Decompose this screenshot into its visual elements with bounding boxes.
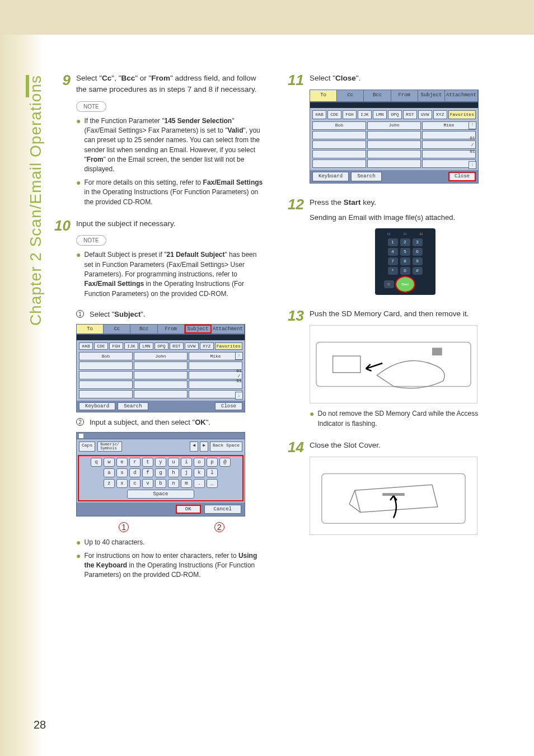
clear-key: C [384,280,394,288]
device-tab-attachment: Attachment [212,325,245,334]
keypad-6: 6 [413,248,423,256]
key-y: y [155,458,166,467]
step-number: 14 [284,440,304,454]
keypad-3: 3 [413,238,423,246]
numeric-symbols-button: Numeric/ Symbols [97,442,122,452]
bullet-kb: ● For instructions on how to enter chara… [76,551,267,580]
device-cell: Bob [79,352,133,360]
svg-rect-3 [322,474,465,524]
key-@: @ [219,458,231,467]
ok-button: OK [176,505,201,514]
keypad-1: 1 [388,238,398,246]
keypad-image: ⊡ ⊡ ⊡ 123456789*0# C Start [375,228,435,295]
scroll-up-icon: ↑ [235,352,243,360]
step-13-bullet: ● Do not remove the SD Memory Card while… [310,409,500,429]
key-_: _ [207,479,218,488]
key-d: d [129,468,140,477]
step-10-text: Input the subject if necessary. [76,218,267,229]
bullet-icon: ● [76,178,81,207]
svg-rect-4 [382,493,404,496]
keypad-5: 5 [400,248,410,256]
slot-cover-drawing [310,457,477,535]
caps-button: Caps [79,442,95,452]
device-search-button: Search [118,402,148,410]
key-c: c [129,479,140,488]
key-f: f [142,468,153,477]
sd-card-drawing [310,325,477,403]
device-grid: BobJohnMike ↑ 01 / 01 ↓ [77,351,245,401]
svg-rect-2 [432,348,442,356]
key-b: b [155,479,166,488]
key-g: g [155,468,166,477]
key-.: . [194,479,205,488]
device-tab-cc: Cc [104,325,130,334]
step-9: 9 Select "Cc", "Bcc" or "From" address f… [50,73,267,210]
device-screenshot-keyboard: Caps Numeric/ Symbols ◀ ▶ Back Space qwe… [76,432,245,516]
scroll-down-icon: ↓ [469,161,476,169]
side-label-container: Chapter 2 Scan/Email Operations [27,75,43,433]
device-tab-attachment: Attachment [445,90,478,101]
content: 9 Select "Cc", "Bcc" or "From" address f… [50,73,500,711]
step-9-note-1: ● If the Function Parameter "145 Sender … [76,116,267,175]
step-9-note-2: ● For more details on this setting, refe… [76,178,267,207]
keypad-#: # [413,267,423,275]
key-a: a [104,468,115,477]
device-tab-from: From [391,90,418,101]
side-label: Chapter 2 Scan/Email Operations [27,75,45,326]
scroll-indicator: 01 / 01 [235,368,243,383]
device-tab-subject: Subject [418,90,445,101]
note-tag: NOTE [76,235,106,246]
key-z: z [104,479,115,488]
step-11: 11 Select "Close". To Cc Bcc From Subjec… [284,73,500,189]
step-10: 10 Input the subject if necessary. NOTE … [50,218,267,302]
device-close-button: Close [448,172,476,182]
device-search-button: Search [351,172,381,182]
bullet-icon: ● [76,551,81,580]
key-j: j [181,468,192,477]
key-v: v [142,479,153,488]
step-number: 12 [284,197,304,212]
key-w: w [104,458,115,467]
key-l: l [207,468,218,477]
keypad-7: 7 [388,257,398,265]
bullet-icon: ● [76,250,81,299]
start-key: Start [396,277,414,292]
key-n: n [168,479,179,488]
interrupt-icon: ⊡ [385,232,392,237]
device-alpha-row: #ABCDEFGHIJKLMNOPQRSTUVWXYZFavorites [77,340,245,351]
step-10-note: ● Default Subject is preset if "21 Defau… [76,250,267,299]
top-decor-band [0,0,534,35]
kbd-input-bar [77,433,245,439]
device-tab-cc: Cc [337,90,364,101]
step-number: 13 [284,308,304,323]
key-u: u [168,458,179,467]
keypad-0: 0 [400,267,410,275]
key-x: x [116,479,128,488]
device-tab-from: From [158,325,185,334]
bullet-icon: ● [310,409,314,429]
leader-2: 2 [214,522,224,532]
step-number: 9 [50,73,71,87]
bullet-40chars: ● Up to 40 characters. [76,538,267,547]
key-m: m [181,479,192,488]
step-12-subtext: Sending an Email with image file(s) atta… [310,212,500,223]
key-s: s [116,468,128,477]
keypad-4: 4 [388,248,398,256]
keypad-8: 8 [400,257,410,265]
leader-1: 1 [119,522,129,532]
arrow-right-icon: ▶ [200,442,208,452]
device-tab-to: To [77,325,104,334]
step-14-text: Close the Slot Cover. [310,440,500,451]
device-tab-to: To [310,90,337,101]
device-screenshot-subject: To Cc Bcc From Subject Attachment #ABCDE… [76,324,245,412]
space-key: Space [127,490,194,499]
function-icon: ⊡ [401,232,409,237]
device-keyboard-button: Keyboard [312,172,349,182]
page-number: 28 [34,719,46,731]
key-h: h [168,468,179,477]
scroll-up-icon: ↑ [469,121,476,129]
bullet-icon: ● [76,538,81,547]
step-12: 12 Press the Start key. Sending an Email… [284,197,500,300]
key-e: e [116,458,128,467]
key-i: i [181,458,192,467]
